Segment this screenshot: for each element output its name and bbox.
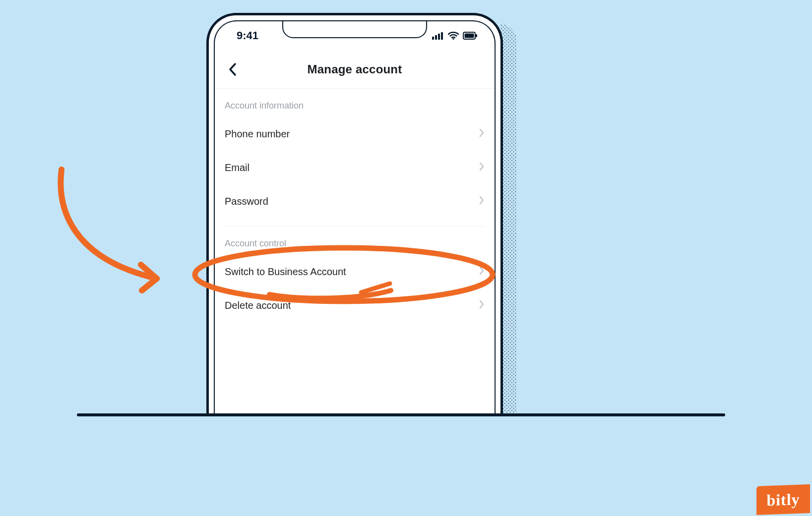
phone-frame: 9:41 bbox=[206, 13, 503, 416]
row-label: Password bbox=[225, 196, 268, 207]
row-label: Phone number bbox=[225, 128, 290, 140]
section-account-control-label: Account control bbox=[225, 227, 485, 255]
screen-content: Manage account Account information Phone… bbox=[215, 50, 495, 416]
chevron-left-icon bbox=[228, 62, 237, 76]
row-label: Email bbox=[225, 162, 250, 173]
chevron-right-icon bbox=[479, 266, 485, 278]
svg-rect-3 bbox=[441, 32, 443, 40]
status-bar: 9:41 bbox=[215, 21, 495, 50]
nav-bar: Manage account bbox=[215, 50, 495, 89]
svg-rect-1 bbox=[435, 35, 437, 40]
back-button[interactable] bbox=[222, 58, 244, 80]
chevron-right-icon bbox=[479, 299, 485, 312]
status-indicators bbox=[432, 32, 478, 40]
svg-point-4 bbox=[452, 38, 454, 40]
chevron-right-icon bbox=[479, 195, 485, 208]
row-password[interactable]: Password bbox=[225, 184, 485, 218]
chevron-right-icon bbox=[479, 128, 485, 140]
bitly-logo-badge: bitly bbox=[756, 484, 810, 515]
phone-screen: 9:41 bbox=[214, 20, 496, 416]
row-delete-account[interactable]: Delete account bbox=[225, 288, 485, 322]
svg-rect-7 bbox=[476, 34, 477, 37]
cellular-icon bbox=[432, 32, 444, 40]
annotation-arrow bbox=[53, 165, 177, 298]
section-account-information-label: Account information bbox=[225, 89, 485, 117]
row-label: Delete account bbox=[225, 300, 291, 311]
chevron-right-icon bbox=[479, 162, 485, 174]
svg-rect-0 bbox=[432, 37, 434, 40]
row-phone-number[interactable]: Phone number bbox=[225, 117, 485, 151]
row-label: Switch to Business Account bbox=[225, 266, 346, 278]
wifi-icon bbox=[448, 32, 459, 40]
ground-line bbox=[77, 413, 725, 416]
illustration-stage: 9:41 bbox=[0, 0, 812, 516]
svg-rect-2 bbox=[438, 34, 440, 40]
page-title: Manage account bbox=[215, 62, 495, 76]
bitly-logo-text: bitly bbox=[766, 490, 800, 509]
row-switch-to-business-account[interactable]: Switch to Business Account bbox=[225, 255, 485, 288]
battery-icon bbox=[463, 32, 478, 40]
row-email[interactable]: Email bbox=[225, 151, 485, 184]
settings-list: Account information Phone number Email bbox=[215, 89, 495, 322]
svg-rect-6 bbox=[465, 34, 474, 38]
status-time: 9:41 bbox=[237, 29, 258, 42]
